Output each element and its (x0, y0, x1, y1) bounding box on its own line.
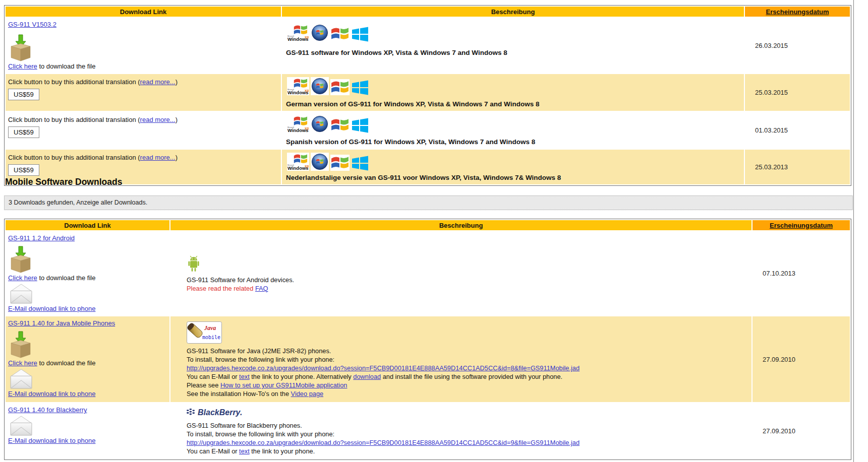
buy-button[interactable]: US$59 (8, 126, 39, 138)
table-row: GS-911 1.40 for Blackberry E-Mail downlo… (6, 403, 850, 458)
buy-button[interactable]: US$59 (8, 89, 39, 100)
buy-text: Click button to buy this additional tran… (8, 116, 140, 123)
windows-vista-icon (311, 115, 329, 133)
email-instruction: the link to your phone. (250, 447, 315, 455)
section-heading: Mobile Software Downloads (5, 177, 122, 187)
results-status-bar: 3 Downloads gefunden, Anzeige aller Down… (4, 195, 853, 210)
click-here-download-link[interactable]: Click here (8, 62, 37, 70)
mobile-downloads-table: Download Link Beschreibung Erscheinungsd… (4, 219, 851, 460)
faq-link[interactable]: FAQ (255, 285, 268, 292)
setup-guide-link[interactable]: How to set up your GS911Mobile applicati… (220, 381, 348, 389)
download-description: GS-911 Software for Android devices. (187, 276, 748, 284)
text-link[interactable]: text (239, 447, 250, 455)
download-version-link[interactable]: GS-911 1.40 for Blackberry (8, 406, 87, 414)
download-description: Nederlandstalige versie van GS-911 voor … (286, 174, 741, 181)
email-instruction: You can E-Mail or (187, 447, 239, 455)
video-page-link[interactable]: Video page (291, 390, 324, 398)
table-row: GS-911 1.40 for Java Mobile Phones Click… (6, 316, 850, 402)
column-header-erscheinungsdatum: Erscheinungsdatum (753, 220, 850, 230)
download-description: German version of GS-911 for Windows XP,… (286, 100, 741, 108)
release-date: 25.03.2013 (745, 150, 850, 184)
mobile-download-url[interactable]: http://upgrades.hexcode.co.za/upgrades/d… (187, 364, 580, 372)
click-here-suffix: to download the file (37, 62, 96, 70)
buy-text-close: ) (176, 154, 178, 161)
faq-notice: Please read the related (187, 285, 255, 292)
windows-8-icon (351, 27, 369, 42)
table-row: GS-911 V1503.2 Click here to download th… (6, 18, 850, 73)
email-envelope-icon[interactable] (9, 369, 167, 389)
sort-by-date-link[interactable]: Erscheinungsdatum (770, 222, 833, 229)
table-header-row: Download Link Beschreibung Erscheinungsd… (6, 7, 850, 17)
buy-text-close: ) (176, 116, 178, 123)
read-more-link[interactable]: read more... (140, 116, 176, 123)
release-date: 01.03.2015 (745, 112, 850, 149)
click-here-suffix: to download the file (37, 274, 96, 282)
download-version-link[interactable]: GS-911 1.2 for Android (8, 234, 75, 242)
download-description: GS-911 Software for Java (J2ME JSR-82) p… (187, 347, 748, 355)
page-right-border (853, 0, 854, 462)
android-icon (187, 255, 748, 273)
email-instruction: the link to your phone. Alternatively (250, 373, 354, 380)
windows-vista-icon (311, 153, 329, 171)
windows-vista-icon (311, 77, 329, 95)
column-header-beschreibung: Beschreibung (282, 7, 744, 17)
windows-7-icon (330, 117, 350, 133)
download-version-link[interactable]: GS-911 V1503.2 (8, 21, 56, 28)
release-date: 27.09.2010 (753, 403, 850, 458)
column-header-download-link: Download Link (6, 7, 281, 17)
buy-text: Click button to buy this additional tran… (8, 154, 140, 161)
table-row: Click button to buy this additional tran… (6, 112, 850, 149)
download-description: GS-911 software for Windows XP, Vista & … (286, 49, 741, 56)
os-compatibility-icons (287, 153, 741, 171)
email-instruction: and install the file using the software … (381, 373, 562, 380)
download-box-icon[interactable] (9, 34, 279, 61)
click-here-download-link[interactable]: Click here (8, 274, 37, 282)
os-compatibility-icons (287, 24, 741, 42)
windows-7-icon (330, 155, 350, 171)
text-link[interactable]: text (239, 373, 250, 380)
release-date: 26.03.2015 (745, 18, 850, 73)
sort-by-date-link[interactable]: Erscheinungsdatum (766, 8, 829, 16)
release-date: 25.03.2015 (745, 74, 850, 111)
windows-xp-icon (287, 153, 309, 171)
column-header-erscheinungsdatum: Erscheinungsdatum (745, 7, 850, 17)
download-description: GS-911 Software for Blackberry phones. (187, 421, 748, 430)
windows-8-icon (351, 80, 369, 95)
table-row: Click button to buy this additional tran… (6, 74, 850, 111)
windows-8-icon (351, 156, 369, 171)
read-more-link[interactable]: read more... (140, 154, 176, 161)
table-row: Click button to buy this additional tran… (6, 150, 850, 184)
blackberry-dots-icon (187, 408, 196, 417)
windows-8-icon (351, 118, 369, 133)
java-mobile-icon (187, 321, 748, 344)
email-download-link[interactable]: E-Mail download link to phone (8, 305, 95, 312)
download-box-icon[interactable] (9, 331, 167, 358)
release-date: 07.10.2013 (753, 231, 850, 315)
os-compatibility-icons (287, 115, 741, 133)
read-more-link[interactable]: read more... (140, 78, 176, 86)
email-download-link[interactable]: E-Mail download link to phone (8, 390, 95, 398)
buy-button[interactable]: US$59 (8, 164, 39, 176)
table-row: GS-911 1.2 for Android Click here to dow… (6, 231, 850, 315)
blackberry-wordmark: BlackBerry. (198, 408, 242, 417)
email-instruction: You can E-Mail or (187, 373, 239, 380)
column-header-download-link: Download Link (6, 220, 169, 230)
email-download-link[interactable]: E-Mail download link to phone (8, 437, 95, 444)
windows-7-icon (330, 79, 350, 95)
windows-7-icon (330, 26, 350, 42)
release-date: 27.09.2010 (753, 316, 850, 402)
see-prefix: Please see (187, 381, 220, 389)
click-here-download-link[interactable]: Click here (8, 359, 37, 367)
install-instruction: To install, browse the following link wi… (187, 355, 748, 364)
howto-prefix: See the installation How-To's on the (187, 390, 291, 398)
mobile-download-url[interactable]: http://upgrades.hexcode.co.za/upgrades/d… (187, 439, 580, 446)
click-here-suffix: to download the file (37, 359, 96, 367)
email-envelope-icon[interactable] (9, 416, 167, 436)
desktop-downloads-table: Download Link Beschreibung Erscheinungsd… (4, 5, 851, 186)
email-envelope-icon[interactable] (9, 284, 167, 304)
download-link[interactable]: download (353, 373, 381, 380)
windows-xp-icon (287, 24, 309, 42)
downloads-page: Download Link Beschreibung Erscheinungsd… (0, 0, 868, 462)
download-version-link[interactable]: GS-911 1.40 for Java Mobile Phones (8, 319, 115, 327)
download-box-icon[interactable] (9, 246, 167, 273)
